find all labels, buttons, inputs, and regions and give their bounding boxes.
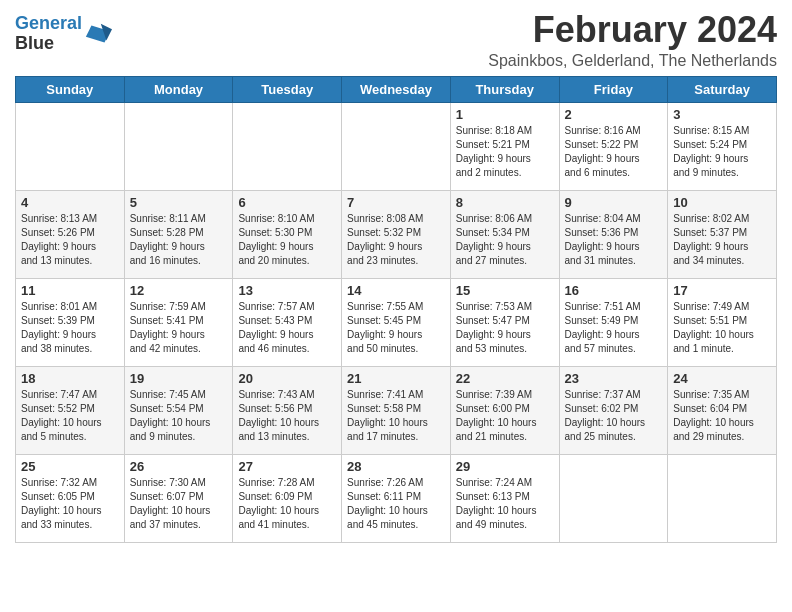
day-cell: 15Sunrise: 7:53 AMSunset: 5:47 PMDayligh… [450, 278, 559, 366]
day-number: 20 [238, 371, 336, 386]
day-info: Sunrise: 8:04 AMSunset: 5:36 PMDaylight:… [565, 212, 663, 268]
day-cell: 9Sunrise: 8:04 AMSunset: 5:36 PMDaylight… [559, 190, 668, 278]
day-info: Sunrise: 7:47 AMSunset: 5:52 PMDaylight:… [21, 388, 119, 444]
day-number: 3 [673, 107, 771, 122]
day-info: Sunrise: 8:01 AMSunset: 5:39 PMDaylight:… [21, 300, 119, 356]
day-number: 2 [565, 107, 663, 122]
day-cell [559, 454, 668, 542]
day-number: 13 [238, 283, 336, 298]
calendar-table: SundayMondayTuesdayWednesdayThursdayFrid… [15, 76, 777, 543]
day-number: 18 [21, 371, 119, 386]
day-info: Sunrise: 7:43 AMSunset: 5:56 PMDaylight:… [238, 388, 336, 444]
day-number: 10 [673, 195, 771, 210]
day-cell: 19Sunrise: 7:45 AMSunset: 5:54 PMDayligh… [124, 366, 233, 454]
day-cell: 27Sunrise: 7:28 AMSunset: 6:09 PMDayligh… [233, 454, 342, 542]
day-info: Sunrise: 7:37 AMSunset: 6:02 PMDaylight:… [565, 388, 663, 444]
day-cell: 29Sunrise: 7:24 AMSunset: 6:13 PMDayligh… [450, 454, 559, 542]
day-number: 23 [565, 371, 663, 386]
day-number: 17 [673, 283, 771, 298]
day-info: Sunrise: 8:06 AMSunset: 5:34 PMDaylight:… [456, 212, 554, 268]
day-number: 16 [565, 283, 663, 298]
day-info: Sunrise: 7:39 AMSunset: 6:00 PMDaylight:… [456, 388, 554, 444]
day-cell: 4Sunrise: 8:13 AMSunset: 5:26 PMDaylight… [16, 190, 125, 278]
day-info: Sunrise: 8:16 AMSunset: 5:22 PMDaylight:… [565, 124, 663, 180]
day-info: Sunrise: 8:11 AMSunset: 5:28 PMDaylight:… [130, 212, 228, 268]
day-info: Sunrise: 7:57 AMSunset: 5:43 PMDaylight:… [238, 300, 336, 356]
header: GeneralBlue February 2024 Spainkbos, Gel… [15, 10, 777, 70]
day-header-tuesday: Tuesday [233, 76, 342, 102]
day-number: 29 [456, 459, 554, 474]
day-header-monday: Monday [124, 76, 233, 102]
day-cell: 23Sunrise: 7:37 AMSunset: 6:02 PMDayligh… [559, 366, 668, 454]
day-info: Sunrise: 7:28 AMSunset: 6:09 PMDaylight:… [238, 476, 336, 532]
day-cell: 14Sunrise: 7:55 AMSunset: 5:45 PMDayligh… [342, 278, 451, 366]
logo-icon [84, 20, 112, 48]
day-header-sunday: Sunday [16, 76, 125, 102]
day-info: Sunrise: 7:45 AMSunset: 5:54 PMDaylight:… [130, 388, 228, 444]
day-cell [233, 102, 342, 190]
day-number: 14 [347, 283, 445, 298]
day-info: Sunrise: 8:15 AMSunset: 5:24 PMDaylight:… [673, 124, 771, 180]
title-block: February 2024 Spainkbos, Gelderland, The… [488, 10, 777, 70]
day-info: Sunrise: 8:13 AMSunset: 5:26 PMDaylight:… [21, 212, 119, 268]
day-number: 27 [238, 459, 336, 474]
week-row-3: 11Sunrise: 8:01 AMSunset: 5:39 PMDayligh… [16, 278, 777, 366]
day-cell: 8Sunrise: 8:06 AMSunset: 5:34 PMDaylight… [450, 190, 559, 278]
day-cell: 24Sunrise: 7:35 AMSunset: 6:04 PMDayligh… [668, 366, 777, 454]
day-number: 25 [21, 459, 119, 474]
day-number: 24 [673, 371, 771, 386]
day-number: 22 [456, 371, 554, 386]
day-info: Sunrise: 8:02 AMSunset: 5:37 PMDaylight:… [673, 212, 771, 268]
day-info: Sunrise: 8:08 AMSunset: 5:32 PMDaylight:… [347, 212, 445, 268]
day-number: 11 [21, 283, 119, 298]
calendar-subtitle: Spainkbos, Gelderland, The Netherlands [488, 52, 777, 70]
day-number: 4 [21, 195, 119, 210]
day-cell: 2Sunrise: 8:16 AMSunset: 5:22 PMDaylight… [559, 102, 668, 190]
day-info: Sunrise: 7:24 AMSunset: 6:13 PMDaylight:… [456, 476, 554, 532]
day-cell [124, 102, 233, 190]
week-row-5: 25Sunrise: 7:32 AMSunset: 6:05 PMDayligh… [16, 454, 777, 542]
day-cell [16, 102, 125, 190]
day-cell: 6Sunrise: 8:10 AMSunset: 5:30 PMDaylight… [233, 190, 342, 278]
day-cell: 10Sunrise: 8:02 AMSunset: 5:37 PMDayligh… [668, 190, 777, 278]
day-number: 26 [130, 459, 228, 474]
day-cell: 25Sunrise: 7:32 AMSunset: 6:05 PMDayligh… [16, 454, 125, 542]
day-info: Sunrise: 7:55 AMSunset: 5:45 PMDaylight:… [347, 300, 445, 356]
day-info: Sunrise: 8:18 AMSunset: 5:21 PMDaylight:… [456, 124, 554, 180]
day-cell [342, 102, 451, 190]
day-cell: 26Sunrise: 7:30 AMSunset: 6:07 PMDayligh… [124, 454, 233, 542]
day-info: Sunrise: 7:30 AMSunset: 6:07 PMDaylight:… [130, 476, 228, 532]
day-number: 19 [130, 371, 228, 386]
day-cell: 22Sunrise: 7:39 AMSunset: 6:00 PMDayligh… [450, 366, 559, 454]
day-cell: 18Sunrise: 7:47 AMSunset: 5:52 PMDayligh… [16, 366, 125, 454]
day-number: 7 [347, 195, 445, 210]
day-number: 12 [130, 283, 228, 298]
day-cell [668, 454, 777, 542]
calendar-header: SundayMondayTuesdayWednesdayThursdayFrid… [16, 76, 777, 102]
logo-text: GeneralBlue [15, 14, 82, 54]
day-info: Sunrise: 7:35 AMSunset: 6:04 PMDaylight:… [673, 388, 771, 444]
day-number: 8 [456, 195, 554, 210]
day-info: Sunrise: 7:59 AMSunset: 5:41 PMDaylight:… [130, 300, 228, 356]
day-cell: 16Sunrise: 7:51 AMSunset: 5:49 PMDayligh… [559, 278, 668, 366]
day-info: Sunrise: 7:41 AMSunset: 5:58 PMDaylight:… [347, 388, 445, 444]
day-cell: 13Sunrise: 7:57 AMSunset: 5:43 PMDayligh… [233, 278, 342, 366]
day-header-wednesday: Wednesday [342, 76, 451, 102]
day-cell: 17Sunrise: 7:49 AMSunset: 5:51 PMDayligh… [668, 278, 777, 366]
day-number: 15 [456, 283, 554, 298]
week-row-1: 1Sunrise: 8:18 AMSunset: 5:21 PMDaylight… [16, 102, 777, 190]
day-info: Sunrise: 8:10 AMSunset: 5:30 PMDaylight:… [238, 212, 336, 268]
day-info: Sunrise: 7:49 AMSunset: 5:51 PMDaylight:… [673, 300, 771, 356]
day-number: 5 [130, 195, 228, 210]
day-header-saturday: Saturday [668, 76, 777, 102]
day-info: Sunrise: 7:51 AMSunset: 5:49 PMDaylight:… [565, 300, 663, 356]
calendar-title: February 2024 [488, 10, 777, 50]
day-cell: 3Sunrise: 8:15 AMSunset: 5:24 PMDaylight… [668, 102, 777, 190]
day-cell: 7Sunrise: 8:08 AMSunset: 5:32 PMDaylight… [342, 190, 451, 278]
day-info: Sunrise: 7:53 AMSunset: 5:47 PMDaylight:… [456, 300, 554, 356]
day-header-friday: Friday [559, 76, 668, 102]
day-number: 9 [565, 195, 663, 210]
day-cell: 20Sunrise: 7:43 AMSunset: 5:56 PMDayligh… [233, 366, 342, 454]
calendar-body: 1Sunrise: 8:18 AMSunset: 5:21 PMDaylight… [16, 102, 777, 542]
day-number: 6 [238, 195, 336, 210]
